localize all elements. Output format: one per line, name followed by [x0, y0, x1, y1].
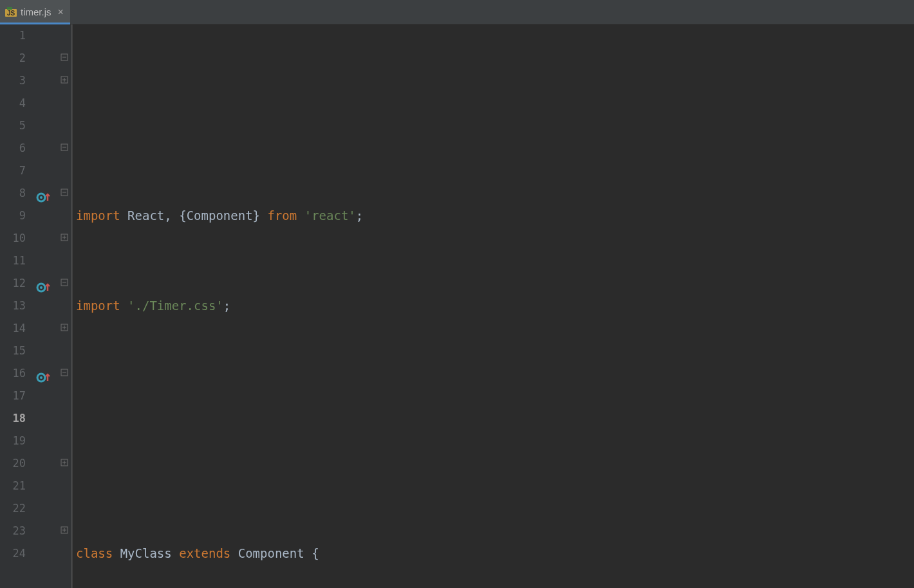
line-number: 1 — [0, 24, 26, 47]
line-number: 19 — [0, 430, 26, 452]
code-line — [72, 115, 914, 137]
tab-bar: JS timer.js × — [0, 0, 914, 24]
line-number: 16 — [0, 362, 26, 385]
svg-text:JS: JS — [7, 10, 15, 17]
line-number: 22 — [0, 497, 26, 520]
code-line: class MyClass extends Component { — [72, 542, 914, 565]
svg-point-8 — [40, 376, 42, 379]
line-number: 12 — [0, 272, 26, 295]
fold-end-icon[interactable] — [60, 76, 69, 85]
svg-point-4 — [40, 196, 42, 199]
fold-start-icon[interactable] — [60, 369, 69, 378]
fold-end-icon[interactable] — [60, 234, 69, 243]
code-line: import './Timer.css'; — [72, 295, 914, 317]
line-number: 2 — [0, 47, 26, 69]
line-number: 24 — [0, 542, 26, 565]
line-number: 8 — [0, 182, 26, 205]
line-number-gutter[interactable]: 1 2 3 4 5 6 7 8 9 10 11 12 13 14 15 16 1… — [0, 24, 32, 588]
js-file-icon: JS — [5, 6, 17, 18]
svg-rect-2 — [7, 7, 12, 10]
line-number: 13 — [0, 295, 26, 317]
line-number: 7 — [0, 160, 26, 182]
fold-end-icon[interactable] — [60, 324, 69, 333]
override-up-icon[interactable] — [36, 278, 54, 291]
close-icon[interactable]: × — [58, 7, 64, 17]
fold-gutter — [58, 24, 72, 588]
fold-start-icon[interactable] — [60, 53, 69, 62]
fold-start-icon[interactable] — [60, 279, 69, 288]
svg-point-6 — [40, 286, 42, 289]
line-number: 23 — [0, 520, 26, 542]
line-number: 6 — [0, 137, 26, 160]
fold-end-icon[interactable] — [60, 459, 69, 468]
line-number: 20 — [0, 452, 26, 475]
line-number: 21 — [0, 475, 26, 497]
editor: 1 2 3 4 5 6 7 8 9 10 11 12 13 14 15 16 1… — [0, 24, 914, 588]
line-number: 9 — [0, 205, 26, 227]
line-number: 4 — [0, 92, 26, 115]
line-number: 3 — [0, 69, 26, 92]
line-number-current: 18 — [0, 407, 26, 430]
line-number: 10 — [0, 227, 26, 250]
line-number: 5 — [0, 115, 26, 137]
line-number: 15 — [0, 340, 26, 362]
line-number: 11 — [0, 250, 26, 272]
tab-filename: timer.js — [21, 6, 51, 17]
fold-start-icon[interactable] — [60, 188, 69, 198]
fold-start-icon[interactable] — [60, 143, 69, 152]
override-up-icon[interactable] — [36, 368, 54, 381]
override-up-icon[interactable] — [36, 188, 54, 201]
code-area[interactable]: import React, {Component} from 'react'; … — [72, 24, 914, 588]
tab-timer-js[interactable]: JS timer.js × — [0, 0, 70, 24]
code-line: import React, {Component} from 'react'; — [72, 205, 914, 227]
fold-end-icon[interactable] — [60, 526, 69, 535]
icon-gutter — [32, 24, 58, 588]
line-number: 14 — [0, 317, 26, 340]
code-line — [72, 385, 914, 407]
code-line — [72, 452, 914, 475]
line-number: 17 — [0, 385, 26, 407]
